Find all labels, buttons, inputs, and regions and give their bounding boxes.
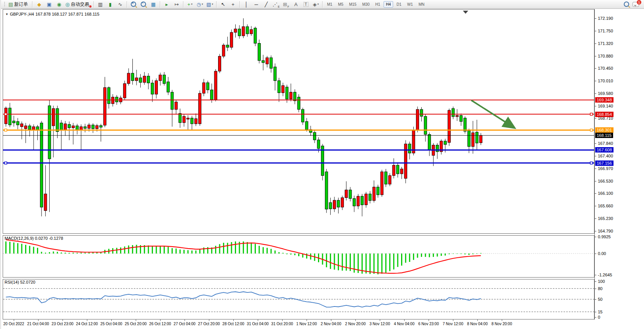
time-tick-label: 8 Nov 20:00 (491, 322, 512, 326)
periods-button[interactable]: ◷▾ (195, 0, 205, 8)
line-handle[interactable] (5, 129, 7, 131)
rsi-tick-label: 100 (598, 279, 605, 284)
axis-tick (595, 106, 596, 106)
candle (250, 29, 253, 34)
candle (400, 169, 403, 174)
bar-chart-button[interactable]: ▥ (96, 0, 105, 8)
charts-button[interactable]: ◆ (34, 0, 44, 8)
hline-button[interactable]: ─ (252, 0, 261, 8)
autotrading-button-label: 自动交易 (71, 1, 89, 8)
candle (286, 87, 288, 99)
toolbar-separator (32, 1, 33, 8)
timeframe-button-d1[interactable]: D1 (394, 1, 404, 8)
data-window-button[interactable]: ▣ (44, 0, 54, 8)
rsi-panel[interactable]: RSI(14) 52.0720 (3, 279, 594, 319)
chart-shift-marker[interactable] (463, 11, 468, 14)
candle (194, 119, 197, 124)
crosshair-icon: + (231, 2, 234, 7)
chart-shift-button[interactable]: ↦ (172, 0, 181, 8)
toolbar-drag-handle (4, 2, 6, 7)
line-handle[interactable] (5, 162, 7, 164)
zoom-out-button[interactable]: − (139, 0, 148, 8)
crosshair-button[interactable]: + (228, 0, 238, 8)
price-tick-label: 170.010 (598, 79, 613, 83)
timeframe-button-w1[interactable]: W1 (405, 1, 415, 8)
fibonacci-button[interactable]: ⋰E (271, 0, 281, 8)
label-button[interactable]: T (301, 0, 311, 8)
timeframe-button-m15[interactable]: M15 (347, 1, 358, 8)
bar-chart-icon: ▥ (98, 2, 103, 7)
macd-panel[interactable]: MACD(12,26,9) 0.0270 -0.1278 (3, 235, 594, 278)
price-axis[interactable]: 172.190171.750171.320170.880170.450170.0… (594, 9, 644, 319)
timeframe-button-mn[interactable]: MN (416, 1, 427, 8)
price-badge: 168.854 (595, 112, 613, 117)
horizontal-line-icon: ─ (255, 2, 258, 7)
axis-tick (595, 275, 596, 275)
timeframe-button-m1[interactable]: M1 (325, 1, 335, 8)
time-tick-label: 8 Nov 04:00 (467, 322, 488, 326)
line-handle[interactable] (5, 113, 7, 116)
time-axis-tick (136, 319, 136, 321)
timeframe-button-h1[interactable]: H1 (373, 1, 382, 8)
toolbar: ▤新订单◆▣◉◎自动交易▥▮∿+−▦▸↦+▾◷▾▧▾↖+│─╱⋰E⊞FAT◈▾M… (1, 0, 644, 9)
axis-tick (595, 193, 596, 194)
autotrading-button[interactable]: ◎自动交易 (64, 0, 92, 8)
candle-chart-button[interactable]: ▮ (106, 0, 115, 8)
time-axis-tick (453, 319, 453, 321)
price-chart-panel[interactable]: ▼ GBPJPY-,H4 167.878 168.127 167.871 168… (3, 9, 594, 234)
notifications-button[interactable]: 1 (631, 0, 642, 8)
fibonacci-icon: ⋰ (273, 2, 278, 7)
price-tick-label: 167.840 (598, 141, 613, 146)
timeframe-button-h4[interactable]: H4 (384, 1, 393, 8)
time-axis[interactable]: 20 Oct 202221 Oct 04:0023 Oct 23:0024 Oc… (1, 319, 594, 329)
candle (72, 126, 74, 128)
candle (377, 187, 379, 195)
cursor-button[interactable]: ↖ (218, 0, 228, 8)
time-axis-tick (258, 319, 258, 321)
grid-button[interactable]: ⊞F (281, 0, 291, 8)
new-order-button[interactable]: ▤新订单 (7, 0, 31, 8)
toolbar-separator (160, 1, 161, 8)
monitor-icon: ▣ (47, 2, 51, 7)
candle (108, 88, 110, 104)
signals-button[interactable]: ◉ (54, 0, 64, 8)
candle (361, 196, 363, 205)
vline-button[interactable]: │ (242, 0, 251, 8)
axis-tick (595, 18, 596, 19)
candle (52, 109, 55, 126)
templates-button[interactable]: ▧▾ (205, 0, 215, 8)
search-icon (624, 2, 629, 7)
candle (416, 109, 419, 130)
candle (397, 165, 399, 174)
line-handle[interactable] (590, 162, 593, 164)
timeframe-button-m30[interactable]: M30 (360, 1, 372, 8)
chevron-down-icon[interactable]: ▼ (5, 13, 8, 16)
trend-arrow-annotation[interactable] (471, 100, 512, 127)
toolbar-separator (93, 1, 94, 8)
text-button[interactable]: A (291, 0, 301, 8)
candle (186, 118, 189, 119)
candle (325, 172, 328, 209)
time-axis-tick (477, 319, 478, 321)
candle (127, 73, 130, 83)
chevron-down-icon: ▾ (191, 3, 193, 6)
line-handle[interactable] (590, 113, 593, 116)
shapes-button[interactable]: ◈▾ (311, 0, 321, 8)
timeframe-button-m5[interactable]: M5 (336, 1, 346, 8)
auto-scroll-button[interactable]: ▸ (162, 0, 172, 8)
line-handle[interactable] (590, 129, 593, 131)
candle (5, 108, 7, 124)
indicators-button[interactable]: +▾ (185, 0, 195, 8)
candle (266, 58, 268, 64)
candlestick-chart[interactable] (3, 10, 594, 233)
candle (8, 108, 11, 125)
zoom-in-button[interactable]: + (129, 0, 138, 8)
text-icon: A (294, 2, 298, 7)
tile-windows-button[interactable]: ▦ (149, 0, 158, 8)
candle (289, 92, 292, 99)
candle (13, 121, 15, 123)
search-button[interactable] (622, 0, 631, 8)
line-chart-button[interactable]: ∿ (116, 0, 125, 8)
text-label-icon: T (304, 2, 308, 7)
trendline-button[interactable]: ╱ (262, 0, 271, 8)
